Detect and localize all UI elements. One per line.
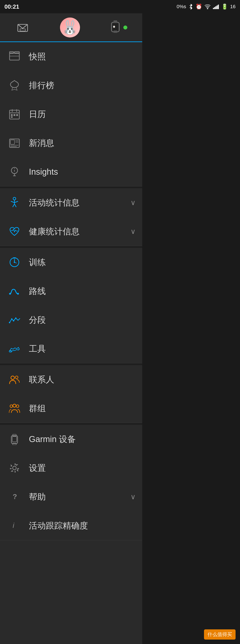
segments-icon [7, 312, 22, 328]
main-container: 🐰 ⌚ [0, 13, 240, 644]
sidebar-item-activity-stats[interactable]: 活动统计信息 ∨ [0, 188, 142, 217]
svg-point-51 [11, 318, 13, 320]
groups-icon [7, 400, 22, 416]
help-icon: ? [7, 489, 22, 504]
sidebar-item-segments[interactable]: 分段 [0, 306, 142, 334]
menu-section-system: Garmin 设备 设置 [0, 425, 142, 540]
svg-rect-9 [20, 29, 25, 31]
activity-stats-chevron: ∨ [131, 198, 136, 207]
sidebar-item-help[interactable]: ? 帮助 ∨ [0, 482, 142, 511]
garmin-device-label: Garmin 设备 [29, 434, 136, 445]
svg-point-2 [207, 8, 208, 9]
tools-label: 工具 [29, 343, 136, 354]
svg-text:⌚: ⌚ [113, 25, 115, 28]
health-stats-label: 健康统计信息 [29, 226, 131, 237]
svg-point-48 [9, 293, 11, 294]
sidebar: 🐰 ⌚ [0, 13, 142, 644]
activity-tracking-label: 活动跟踪精确度 [29, 520, 136, 532]
sidebar-item-settings[interactable]: 设置 [0, 454, 142, 482]
leaderboard-icon [7, 78, 22, 93]
sidebar-item-insights[interactable]: Insights [0, 158, 142, 186]
svg-rect-61 [12, 436, 17, 442]
sidebar-item-tools[interactable]: 工具 [0, 334, 142, 363]
svg-rect-15 [10, 53, 19, 60]
health-stats-chevron: ∨ [131, 227, 136, 236]
svg-rect-47 [13, 258, 16, 258]
sidebar-item-news[interactable]: 新消息 [0, 128, 142, 158]
svg-rect-24 [14, 114, 15, 116]
svg-rect-17 [15, 52, 19, 54]
segments-label: 分段 [29, 314, 136, 326]
menu-section-social: 联系人 群组 [0, 365, 142, 423]
sidebar-item-contacts[interactable]: 联系人 [0, 365, 142, 394]
sidebar-item-health-stats[interactable]: 健康统计信息 ∨ [0, 217, 142, 246]
bluetooth-icon [188, 4, 193, 10]
sidebar-item-routes[interactable]: 路线 [0, 277, 142, 306]
svg-rect-25 [16, 114, 18, 116]
sidebar-item-calendar[interactable]: 日历 [0, 100, 142, 128]
alarm-icon: ⏰ [196, 4, 202, 10]
news-icon [7, 135, 22, 151]
svg-text:i: i [13, 522, 15, 530]
svg-point-59 [16, 405, 19, 408]
svg-text:?: ? [13, 492, 17, 500]
watermark-label: 什么值得买 [207, 632, 232, 637]
training-label: 训练 [29, 257, 136, 268]
divider-4 [0, 423, 142, 425]
garmin-device-icon [7, 432, 22, 447]
menu-section-stats: 活动统计信息 ∨ 健康统计信息 ∨ [0, 188, 142, 246]
routes-icon [7, 283, 22, 299]
svg-line-41 [13, 204, 15, 207]
watch-icon[interactable]: ⌚ [109, 20, 121, 36]
battery-icon: 🔋 [221, 4, 228, 10]
svg-point-39 [13, 197, 16, 200]
svg-point-56 [15, 376, 18, 379]
svg-point-50 [9, 322, 10, 323]
tools-icon [7, 341, 22, 356]
status-bar: 00:21 0%s ⏰ 🔋 16 [0, 0, 240, 13]
svg-rect-7 [218, 5, 219, 9]
training-icon [7, 254, 22, 270]
battery-level: 16 [230, 4, 235, 10]
sidebar-item-garmin-device[interactable]: Garmin 设备 [0, 425, 142, 454]
divider-2 [0, 246, 142, 248]
leaderboard-label: 排行榜 [29, 80, 136, 91]
svg-line-42 [15, 204, 16, 207]
svg-rect-23 [11, 114, 13, 116]
online-status-dot [123, 26, 127, 30]
settings-label: 设置 [29, 462, 136, 474]
svg-rect-5 [215, 6, 216, 9]
svg-point-57 [10, 405, 13, 408]
sidebar-header: 🐰 ⌚ [0, 13, 142, 42]
inbox-icon[interactable] [15, 20, 31, 35]
watermark: 什么值得买 [204, 629, 235, 640]
svg-point-53 [15, 318, 17, 319]
snapshot-icon [7, 49, 22, 64]
contacts-label: 联系人 [29, 374, 136, 385]
help-label: 帮助 [29, 491, 131, 502]
avatar[interactable]: 🐰 [60, 18, 80, 38]
snapshot-label: 快照 [29, 51, 136, 62]
insights-label: Insights [29, 167, 136, 177]
svg-point-38 [14, 170, 15, 171]
sidebar-item-groups[interactable]: 群组 [0, 394, 142, 423]
status-icons: 0%s ⏰ 🔋 16 [177, 4, 235, 10]
signal-icon [213, 4, 219, 9]
svg-point-58 [13, 404, 16, 407]
divider-1 [0, 186, 142, 188]
contacts-icon [7, 372, 22, 387]
sidebar-item-activity-tracking[interactable]: i 活动跟踪精确度 [0, 511, 142, 540]
battery-percent: 0%s [177, 4, 186, 10]
svg-rect-28 [11, 140, 15, 144]
wifi-icon [204, 4, 211, 9]
svg-rect-16 [10, 52, 14, 54]
sidebar-item-snapshot[interactable]: 快照 [0, 42, 142, 71]
sidebar-item-training[interactable]: 训练 [0, 248, 142, 277]
svg-rect-3 [213, 8, 214, 9]
divider-3 [0, 363, 142, 365]
svg-rect-26 [11, 116, 13, 118]
help-chevron: ∨ [131, 492, 136, 501]
svg-point-55 [11, 376, 15, 380]
sidebar-item-leaderboard[interactable]: 排行榜 [0, 71, 142, 100]
time-display: 00:21 [5, 3, 19, 10]
